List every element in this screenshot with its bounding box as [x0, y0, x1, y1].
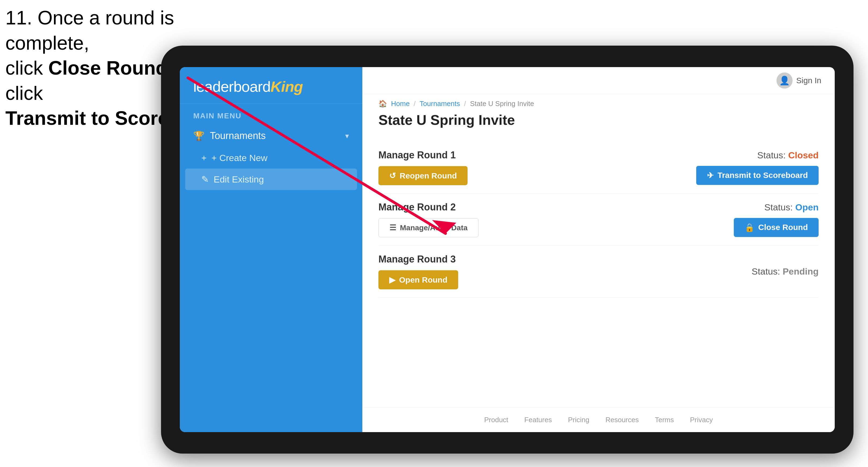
sidebar-item-create-new[interactable]: + + Create New	[180, 147, 362, 168]
reopen-round-label: Reopen Round	[400, 171, 457, 180]
plus-icon: +	[201, 153, 207, 163]
logo: leaderboardKing	[193, 78, 349, 95]
logo-leader: leaderboard	[193, 78, 271, 95]
manage-audit-button[interactable]: ☰ Manage/Audit Data	[378, 218, 478, 237]
sidebar-logo: leaderboardKing	[180, 67, 362, 103]
round-2-status-value: Open	[795, 202, 818, 212]
sidebar: leaderboardKing MAIN MENU 🏆 Tournaments …	[180, 67, 362, 432]
main-content: 👤 Sign In 🏠 Home / Tournaments / State U…	[362, 67, 835, 432]
round-1-status-value: Closed	[788, 150, 818, 160]
tablet-device: leaderboardKing MAIN MENU 🏆 Tournaments …	[161, 45, 854, 454]
round-3-status-value: Pending	[783, 266, 818, 276]
sidebar-section-label: MAIN MENU	[180, 103, 362, 124]
tournaments-label: Tournaments	[210, 130, 340, 142]
close-round-button[interactable]: 🔒 Close Round	[734, 218, 818, 237]
breadcrumb: 🏠 Home / Tournaments / State U Spring In…	[362, 94, 835, 109]
open-round-button[interactable]: ▶ Open Round	[378, 270, 458, 289]
create-new-label: + Create New	[212, 153, 268, 163]
breadcrumb-tournaments[interactable]: Tournaments	[420, 100, 460, 108]
round-2-left: Manage Round 2 ☰ Manage/Audit Data	[378, 201, 478, 237]
chevron-down-icon: ▾	[345, 131, 349, 141]
round-3-status: Status: Pending	[752, 266, 818, 277]
transmit-icon: ✈	[707, 171, 714, 180]
topbar: 👤 Sign In	[362, 67, 835, 94]
sidebar-submenu: + + Create New ✎ Edit Existing	[180, 147, 362, 190]
sign-in-button[interactable]: 👤 Sign In	[776, 72, 821, 89]
breadcrumb-sep-2: /	[464, 100, 466, 108]
open-icon: ▶	[389, 275, 395, 284]
close-round-label: Close Round	[758, 223, 808, 232]
round-1-title: Manage Round 1	[378, 150, 468, 161]
footer-features[interactable]: Features	[524, 416, 552, 424]
round-2-right: Status: Open 🔒 Close Round	[734, 202, 818, 237]
manage-audit-label: Manage/Audit Data	[400, 224, 468, 232]
round-3-row: Manage Round 3 ▶ Open Round Status: Pend…	[378, 246, 818, 298]
app-container: leaderboardKing MAIN MENU 🏆 Tournaments …	[180, 67, 835, 432]
round-1-status: Status: Closed	[757, 150, 818, 160]
footer-product[interactable]: Product	[484, 416, 508, 424]
audit-icon: ☰	[390, 223, 396, 232]
edit-icon: ✎	[201, 174, 209, 185]
round-3-left: Manage Round 3 ▶ Open Round	[378, 254, 458, 289]
transmit-to-scoreboard-button[interactable]: ✈ Transmit to Scoreboard	[696, 166, 818, 185]
reopen-round-button[interactable]: ↺ Reopen Round	[378, 166, 468, 185]
reopen-icon: ↺	[389, 171, 396, 180]
content-area: Manage Round 1 ↺ Reopen Round Status: Cl…	[362, 136, 835, 407]
lock-icon: 🔒	[745, 223, 754, 232]
breadcrumb-sep-1: /	[413, 100, 415, 108]
breadcrumb-home[interactable]: Home	[391, 100, 410, 108]
breadcrumb-icon: 🏠	[378, 100, 387, 108]
logo-king: King	[271, 78, 303, 95]
round-1-left: Manage Round 1 ↺ Reopen Round	[378, 150, 468, 185]
trophy-icon: 🏆	[193, 130, 205, 141]
footer-pricing[interactable]: Pricing	[568, 416, 589, 424]
edit-existing-label: Edit Existing	[214, 174, 264, 185]
breadcrumb-current: State U Spring Invite	[470, 100, 534, 108]
page-title: State U Spring Invite	[362, 109, 835, 136]
footer: Product Features Pricing Resources Terms…	[362, 407, 835, 432]
sign-in-label: Sign In	[796, 76, 821, 85]
sidebar-item-edit-existing[interactable]: ✎ Edit Existing	[185, 168, 357, 190]
footer-privacy[interactable]: Privacy	[690, 416, 713, 424]
round-1-right: Status: Closed ✈ Transmit to Scoreboard	[696, 150, 818, 185]
footer-terms[interactable]: Terms	[655, 416, 674, 424]
open-round-label: Open Round	[399, 275, 447, 284]
round-2-status: Status: Open	[765, 202, 818, 213]
footer-resources[interactable]: Resources	[606, 416, 639, 424]
round-2-row: Manage Round 2 ☰ Manage/Audit Data Statu…	[378, 193, 818, 246]
transmit-label: Transmit to Scoreboard	[717, 171, 808, 180]
avatar: 👤	[776, 72, 793, 89]
round-3-title: Manage Round 3	[378, 254, 458, 265]
tablet-screen: leaderboardKing MAIN MENU 🏆 Tournaments …	[180, 67, 835, 432]
round-2-title: Manage Round 2	[378, 201, 478, 213]
sidebar-item-tournaments[interactable]: 🏆 Tournaments ▾	[180, 124, 362, 147]
round-1-row: Manage Round 1 ↺ Reopen Round Status: Cl…	[378, 142, 818, 193]
round-3-right: Status: Pending	[752, 266, 818, 277]
